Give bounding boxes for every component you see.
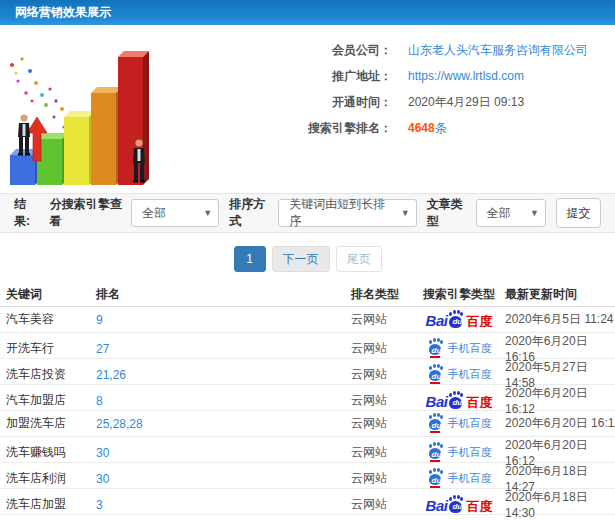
page-header: 网络营销效果展示 <box>0 0 615 25</box>
rank-type-cell: 云网站 <box>351 444 413 461</box>
info-row-rank-count: 搜索引擎排名： 4648条 <box>157 115 615 141</box>
baidu-du-text: du <box>452 399 462 407</box>
rank-cell[interactable]: 21,26 <box>96 368 351 382</box>
baidu-logo: Bai du 百度 <box>426 497 493 513</box>
mobile-baidu-name-text: 手机百度 <box>448 445 492 460</box>
submit-button[interactable]: 提交 <box>556 198 601 228</box>
rank-count-label: 搜索引擎排名： <box>157 120 392 137</box>
chevron-down-icon: ▼ <box>203 208 212 218</box>
rank-cell[interactable]: 3 <box>96 498 351 512</box>
engine-cell: Bai du 百度 <box>413 497 505 513</box>
engine-cell: Bai du 百度 <box>413 312 505 328</box>
page-button-current[interactable]: 1 <box>234 246 266 272</box>
rank-count-unit: 条 <box>435 121 447 135</box>
col-header-engine-type: 搜索引擎类型 <box>413 286 505 303</box>
mobile-baidu-paw-icon: du <box>428 366 443 383</box>
page-title: 网络营销效果展示 <box>15 5 111 19</box>
result-label: 结果: <box>14 196 40 230</box>
updated-cell: 2020年6月18日 14:30 <box>505 489 615 520</box>
engine-cell: du 手机百度 <box>413 366 505 383</box>
bar-chart-illustration <box>2 31 157 185</box>
rank-type-cell: 云网站 <box>351 366 413 383</box>
col-header-rank: 排名 <box>96 286 351 303</box>
company-name-link[interactable]: 山东老人头汽车服务咨询有限公司 <box>408 42 588 59</box>
engine-cell: Bai du 百度 <box>413 393 505 409</box>
keyword-cell: 开洗车行 <box>6 340 96 357</box>
rank-type-cell: 云网站 <box>351 496 413 513</box>
table-header-row: 关键词 排名 排名类型 搜索引擎类型 最新更新时间 <box>0 282 615 307</box>
rank-cell[interactable]: 9 <box>96 313 351 327</box>
keyword-cell: 洗车店加盟 <box>6 496 96 513</box>
engine-select[interactable]: 全部 ▼ <box>131 199 219 227</box>
updated-cell: 2020年6月20日 16:12 <box>505 385 615 416</box>
promo-url-link[interactable]: https://www.lrtlsd.com <box>408 69 524 83</box>
mobile-baidu-underline <box>430 486 440 488</box>
sort-select[interactable]: 关键词由短到长排序 ▼ <box>278 199 416 227</box>
rank-type-cell: 云网站 <box>351 470 413 487</box>
rank-cell[interactable]: 30 <box>96 446 351 460</box>
open-time-label: 开通时间： <box>157 94 392 111</box>
info-section: 会员公司： 山东老人头汽车服务咨询有限公司 推广地址： https://www.… <box>0 25 615 193</box>
rank-cell[interactable]: 25,28,28 <box>96 417 351 431</box>
keyword-cell: 加盟洗车店 <box>6 415 96 432</box>
mobile-baidu-logo: du 手机百度 <box>427 444 492 461</box>
last-page-button[interactable]: 尾页 <box>336 246 382 272</box>
updated-cell: 2020年6月5日 11:24 <box>505 311 615 328</box>
table-row: 洗车店加盟 3 云网站 Bai du 百度 2020年6月18日 14:30 <box>0 489 615 515</box>
company-label: 会员公司： <box>157 42 392 59</box>
baidu-du-text: du <box>452 318 462 326</box>
table-body: 汽车美容 9 云网站 Bai du 百度 2020年6月5日 11:24 开洗车… <box>0 307 615 515</box>
mobile-baidu-paw-icon: du <box>428 415 443 432</box>
keyword-cell: 洗车赚钱吗 <box>6 444 96 461</box>
engine-cell: du 手机百度 <box>413 415 505 432</box>
mobile-baidu-logo: du 手机百度 <box>427 340 492 357</box>
baidu-paw-icon: du <box>448 497 464 513</box>
mobile-baidu-logo: du 手机百度 <box>427 470 492 487</box>
col-header-keyword: 关键词 <box>6 286 96 303</box>
mobile-baidu-du-text: du <box>432 450 442 459</box>
table-row: 开洗车行 27 云网站 du 手机百度 2020年6月20日 16:16 <box>0 333 615 359</box>
rank-cell[interactable]: 8 <box>96 394 351 408</box>
results-table: 关键词 排名 排名类型 搜索引擎类型 最新更新时间 汽车美容 9 云网站 Bai… <box>0 282 615 515</box>
table-row: 洗车赚钱吗 30 云网站 du 手机百度 2020年6月20日 16:12 <box>0 437 615 463</box>
rank-cell[interactable]: 30 <box>96 472 351 486</box>
sort-select-value: 关键词由短到长排序 <box>289 196 392 230</box>
next-page-button[interactable]: 下一页 <box>272 246 330 272</box>
mobile-baidu-underline <box>430 460 440 462</box>
engine-cell: du 手机百度 <box>413 340 505 357</box>
table-row: 洗车店利润 30 云网站 du 手机百度 2020年6月18日 14:27 <box>0 463 615 489</box>
rank-type-cell: 云网站 <box>351 415 413 432</box>
rank-type-cell: 云网站 <box>351 340 413 357</box>
keyword-cell: 汽车加盟店 <box>6 392 96 409</box>
baidu-bai-text: Bai <box>426 394 448 409</box>
chevron-down-icon: ▼ <box>401 208 410 218</box>
mobile-baidu-logo: du 手机百度 <box>427 415 492 432</box>
rank-type-cell: 云网站 <box>351 392 413 409</box>
mobile-baidu-name-text: 手机百度 <box>448 341 492 356</box>
col-header-rank-type: 排名类型 <box>351 286 413 303</box>
article-filter-label: 文章类型 <box>427 196 470 230</box>
baidu-name-text: 百度 <box>466 500 492 513</box>
table-row: 加盟洗车店 25,28,28 云网站 du 手机百度 2020年6月20日 16… <box>0 411 615 437</box>
rank-type-cell: 云网站 <box>351 311 413 328</box>
open-time-value: 2020年4月29日 09:13 <box>408 94 524 111</box>
mobile-baidu-underline <box>430 356 440 358</box>
mobile-baidu-paw-icon: du <box>428 444 443 461</box>
table-row: 汽车美容 9 云网站 Bai du 百度 2020年6月5日 11:24 <box>0 307 615 333</box>
rank-count-value: 4648 <box>408 121 435 135</box>
mobile-baidu-name-text: 手机百度 <box>448 367 492 382</box>
baidu-logo: Bai du 百度 <box>426 393 493 409</box>
rank-cell[interactable]: 27 <box>96 342 351 356</box>
col-header-updated: 最新更新时间 <box>505 286 615 303</box>
table-row: 汽车加盟店 8 云网站 Bai du 百度 2020年6月20日 16:12 <box>0 385 615 411</box>
mobile-baidu-du-text: du <box>432 476 442 485</box>
engine-filter-label: 分搜索引擎查看 <box>50 196 125 230</box>
article-type-select[interactable]: 全部 ▼ <box>476 199 546 227</box>
mobile-baidu-paw-icon: du <box>428 340 443 357</box>
mobile-baidu-paw-icon: du <box>428 470 443 487</box>
baidu-name-text: 百度 <box>466 396 492 409</box>
mobile-baidu-du-text: du <box>432 372 442 381</box>
baidu-bai-text: Bai <box>426 498 448 513</box>
mobile-baidu-du-text: du <box>432 346 442 355</box>
mobile-baidu-underline <box>430 431 440 433</box>
